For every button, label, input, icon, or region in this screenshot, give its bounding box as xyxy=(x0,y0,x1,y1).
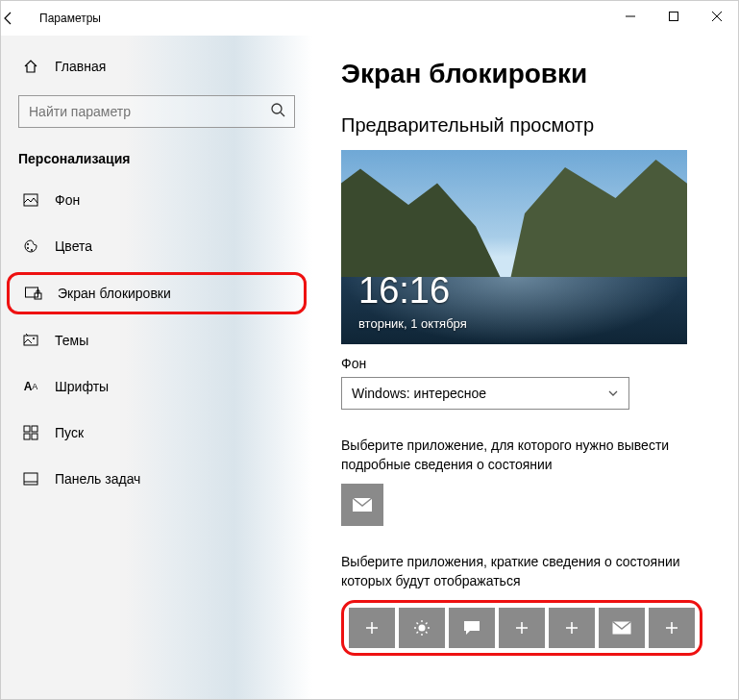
main-panel: Экран блокировки Предварительный просмот… xyxy=(312,36,738,699)
lockscreen-preview: 16:16 вторник, 1 октября xyxy=(341,150,687,344)
start-icon xyxy=(22,424,39,441)
quick-app-slot-7[interactable] xyxy=(649,608,695,648)
nav-label: Экран блокировки xyxy=(58,286,171,301)
quick-status-desc: Выберите приложения, краткие сведения о … xyxy=(341,553,706,590)
back-button[interactable] xyxy=(1,11,39,26)
sidebar: Главная Персонализация Фон Цвета xyxy=(1,36,312,699)
plus-icon xyxy=(564,620,579,636)
window-title: Параметры xyxy=(39,12,101,25)
fonts-icon: AA xyxy=(22,378,39,395)
titlebar: Параметры xyxy=(1,1,738,36)
nav-label: Шрифты xyxy=(55,379,109,394)
nav-label: Цвета xyxy=(55,238,92,254)
nav-label: Пуск xyxy=(55,425,84,440)
quick-app-slot-4[interactable] xyxy=(499,608,545,648)
close-button[interactable] xyxy=(695,1,738,32)
lockscreen-icon xyxy=(25,285,42,302)
svg-rect-12 xyxy=(24,336,37,345)
svg-point-9 xyxy=(31,249,33,251)
nav-label: Фон xyxy=(55,192,80,208)
taskbar-icon xyxy=(22,470,39,488)
svg-rect-18 xyxy=(24,473,37,485)
page-heading: Экран блокировки xyxy=(341,59,721,89)
svg-point-4 xyxy=(272,104,282,113)
background-label: Фон xyxy=(341,356,721,371)
image-icon xyxy=(22,191,39,209)
svg-rect-15 xyxy=(32,426,37,432)
svg-rect-16 xyxy=(24,434,30,439)
nav-themes[interactable]: Темы xyxy=(1,320,312,361)
minimize-button[interactable] xyxy=(608,1,652,32)
svg-point-13 xyxy=(33,338,35,339)
svg-point-23 xyxy=(419,625,426,632)
weather-icon xyxy=(413,619,431,637)
mail-icon xyxy=(612,621,631,635)
chevron-down-icon xyxy=(607,388,619,399)
svg-rect-17 xyxy=(32,434,37,439)
search-container xyxy=(18,95,295,128)
quick-app-slot-3[interactable] xyxy=(449,608,495,648)
background-dropdown[interactable]: Windows: интересное xyxy=(341,377,629,410)
preview-date: вторник, 1 октября xyxy=(358,316,467,331)
plus-icon xyxy=(664,620,679,636)
chat-icon xyxy=(463,620,480,636)
quick-status-highlight xyxy=(341,600,702,656)
settings-window: Параметры Главная Персонализация xyxy=(0,0,739,700)
maximize-button[interactable] xyxy=(652,1,695,32)
svg-line-29 xyxy=(426,632,428,634)
search-icon xyxy=(270,102,285,117)
preview-clock: 16:16 xyxy=(358,270,450,312)
section-header: Персонализация xyxy=(1,145,312,180)
search-input[interactable] xyxy=(18,95,295,128)
svg-line-30 xyxy=(417,632,419,634)
svg-line-5 xyxy=(281,112,284,116)
home-label: Главная xyxy=(55,59,106,74)
dropdown-value: Windows: интересное xyxy=(352,386,486,401)
nav-label: Панель задач xyxy=(55,471,140,487)
plus-icon xyxy=(364,620,380,636)
home-nav[interactable]: Главная xyxy=(1,47,312,86)
quick-app-slot-5[interactable] xyxy=(549,608,595,648)
svg-line-28 xyxy=(417,623,419,625)
svg-point-7 xyxy=(27,243,29,245)
svg-point-8 xyxy=(27,247,29,249)
quick-app-slot-2[interactable] xyxy=(399,608,445,648)
plus-icon xyxy=(514,620,530,636)
svg-line-31 xyxy=(426,623,428,625)
themes-icon xyxy=(22,332,39,349)
nav-fonts[interactable]: AA Шрифты xyxy=(1,366,312,407)
nav-lockscreen[interactable]: Экран блокировки xyxy=(7,272,307,314)
quick-app-slot-1[interactable] xyxy=(349,608,395,648)
home-icon xyxy=(22,58,39,75)
nav-label: Темы xyxy=(55,333,88,348)
nav-start[interactable]: Пуск xyxy=(1,412,312,453)
preview-heading: Предварительный просмотр xyxy=(341,114,721,137)
svg-rect-14 xyxy=(24,426,30,432)
nav-taskbar[interactable]: Панель задач xyxy=(1,459,312,499)
detailed-status-desc: Выберите приложение, для которого нужно … xyxy=(341,437,706,474)
mail-icon xyxy=(352,497,373,512)
svg-rect-1 xyxy=(669,12,677,21)
nav-colors[interactable]: Цвета xyxy=(1,226,312,266)
palette-icon xyxy=(22,238,39,255)
detailed-status-app-tile[interactable] xyxy=(341,484,383,526)
quick-app-slot-6[interactable] xyxy=(599,608,645,648)
nav-background[interactable]: Фон xyxy=(1,180,312,220)
